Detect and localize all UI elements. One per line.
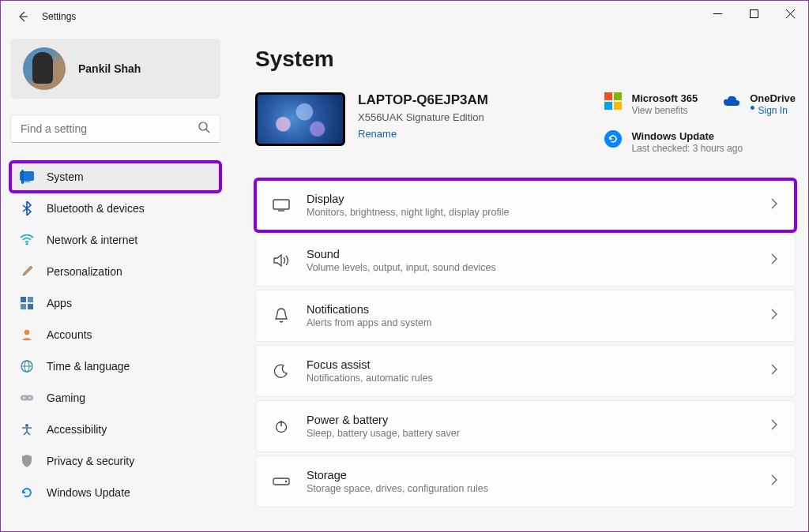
status-sub: View benefits <box>631 105 698 116</box>
arrow-left-icon <box>17 10 29 23</box>
wifi-icon <box>20 233 34 247</box>
card-title: Notifications <box>307 303 771 316</box>
back-button[interactable] <box>12 6 34 28</box>
card-title: Display <box>307 193 771 205</box>
nav-label: Network & internet <box>47 234 137 246</box>
svg-point-15 <box>25 424 28 427</box>
update-sync-icon <box>20 485 34 500</box>
chevron-right-icon <box>771 309 777 323</box>
svg-rect-3 <box>24 182 30 182</box>
person-icon <box>20 328 34 342</box>
profile-name: Pankil Shah <box>78 62 141 75</box>
chevron-right-icon <box>771 198 777 212</box>
card-desc: Monitors, brightness, night light, displ… <box>307 207 771 218</box>
svg-rect-0 <box>750 9 758 17</box>
card-power[interactable]: Power & battery Sleep, battery usage, ba… <box>255 400 796 452</box>
content-pane: System LAPTOP-Q6EJP3AM X556UAK Signature… <box>230 32 808 531</box>
card-desc: Notifications, automatic rules <box>307 373 771 384</box>
nav-label: Gaming <box>47 392 85 404</box>
bluetooth-icon <box>20 201 34 215</box>
device-block: LAPTOP-Q6EJP3AM X556UAK Signature Editio… <box>255 92 488 146</box>
svg-rect-6 <box>28 297 33 302</box>
status-update[interactable]: Windows Update Last checked: 3 hours ago <box>604 130 796 154</box>
svg-rect-8 <box>28 304 33 309</box>
window-title: Settings <box>42 11 76 22</box>
search-icon <box>198 122 210 137</box>
nav-item-update[interactable]: Windows Update <box>10 478 220 508</box>
nav-label: Accessibility <box>47 423 107 436</box>
card-desc: Sleep, battery usage, battery saver <box>307 428 771 439</box>
nav-item-time[interactable]: Time & language <box>10 351 220 381</box>
nav-label: Windows Update <box>47 486 130 499</box>
nav-label: Time & language <box>47 360 130 373</box>
card-desc: Storage space, drives, configuration rul… <box>307 483 771 494</box>
status-onedrive[interactable]: OneDrive •Sign In <box>723 92 796 116</box>
apps-icon <box>20 296 34 310</box>
svg-point-14 <box>29 397 31 399</box>
svg-point-13 <box>23 397 24 399</box>
maximize-button[interactable] <box>736 1 772 26</box>
avatar <box>23 47 66 90</box>
nav-item-bluetooth[interactable]: Bluetooth & devices <box>10 193 220 223</box>
power-icon <box>272 419 291 433</box>
card-storage[interactable]: Storage Storage space, drives, configura… <box>255 455 796 508</box>
globe-icon <box>20 359 34 373</box>
nav-label: Accounts <box>47 328 92 341</box>
chevron-right-icon <box>771 474 777 489</box>
close-button[interactable] <box>772 1 808 26</box>
nav-item-gaming[interactable]: Gaming <box>10 383 220 413</box>
nav-list: System Bluetooth & devices Network & int… <box>10 162 220 508</box>
moon-icon <box>272 364 291 378</box>
device-info: LAPTOP-Q6EJP3AM X556UAK Signature Editio… <box>358 92 488 140</box>
display-icon <box>272 199 291 212</box>
microsoft-logo-icon <box>604 92 622 110</box>
card-desc: Volume levels, output, input, sound devi… <box>307 262 771 273</box>
chevron-right-icon <box>771 253 777 268</box>
settings-card-list: Display Monitors, brightness, night ligh… <box>255 179 796 508</box>
nav-item-apps[interactable]: Apps <box>10 288 220 318</box>
svg-rect-5 <box>21 297 26 302</box>
status-title: Microsoft 365 <box>631 92 698 104</box>
card-display[interactable]: Display Monitors, brightness, night ligh… <box>255 179 796 231</box>
status-sub: •Sign In <box>750 105 796 116</box>
profile-card[interactable]: Pankil Shah <box>10 39 220 99</box>
system-header: LAPTOP-Q6EJP3AM X556UAK Signature Editio… <box>255 92 796 154</box>
card-focus[interactable]: Focus assist Notifications, automatic ru… <box>255 345 796 397</box>
search-box[interactable] <box>10 114 220 143</box>
status-sub: Last checked: 3 hours ago <box>631 143 743 154</box>
card-desc: Alerts from apps and system <box>307 317 771 328</box>
nav-label: Apps <box>47 297 72 309</box>
minimize-button[interactable] <box>699 1 736 26</box>
card-sound[interactable]: Sound Volume levels, output, input, soun… <box>255 234 796 287</box>
status-title: OneDrive <box>750 92 796 104</box>
page-title: System <box>255 47 796 72</box>
device-model: X556UAK Signature Edition <box>358 111 488 123</box>
rename-link[interactable]: Rename <box>358 128 397 140</box>
nav-item-network[interactable]: Network & internet <box>10 225 220 255</box>
sound-icon <box>272 253 291 268</box>
nav-item-personalization[interactable]: Personalization <box>10 257 220 287</box>
nav-item-accessibility[interactable]: Accessibility <box>10 414 220 444</box>
card-title: Storage <box>307 469 771 481</box>
card-title: Sound <box>307 248 771 260</box>
card-notifications[interactable]: Notifications Alerts from apps and syste… <box>255 290 796 342</box>
nav-label: Personalization <box>47 265 122 278</box>
nav-item-system[interactable]: System <box>10 162 220 192</box>
nav-item-privacy[interactable]: Privacy & security <box>10 446 220 476</box>
nav-item-accounts[interactable]: Accounts <box>10 320 220 350</box>
update-icon <box>604 130 622 148</box>
status-m365[interactable]: Microsoft 365 View benefits <box>604 92 698 116</box>
bell-icon <box>272 308 291 324</box>
accessibility-icon <box>20 422 34 436</box>
cloud-icon <box>723 92 740 110</box>
search-input[interactable] <box>21 122 198 135</box>
card-title: Focus assist <box>307 358 771 371</box>
device-name: LAPTOP-Q6EJP3AM <box>358 92 488 108</box>
svg-point-1 <box>199 122 207 130</box>
shield-icon <box>20 454 34 468</box>
nav-label: Privacy & security <box>47 455 134 467</box>
svg-rect-7 <box>21 304 26 309</box>
nav-label: Bluetooth & devices <box>47 202 145 215</box>
chevron-right-icon <box>771 364 777 378</box>
window-controls <box>699 1 808 26</box>
